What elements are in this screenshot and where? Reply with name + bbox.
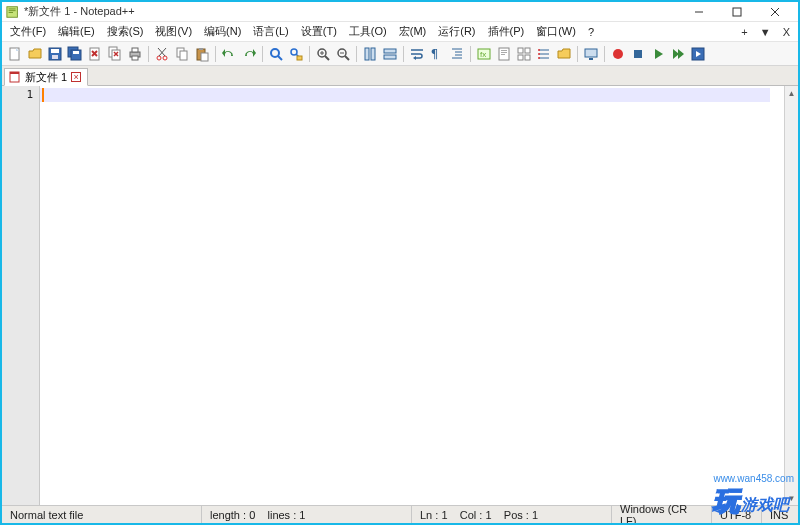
svg-rect-48 [371,48,375,60]
menu-run[interactable]: 运行(R) [432,22,481,41]
svg-point-27 [163,56,167,60]
stop-macro-icon[interactable] [629,45,647,63]
toolbar-separator [215,46,216,62]
play-multi-icon[interactable] [669,45,687,63]
menu-plus-button[interactable]: + [735,24,753,40]
svg-rect-74 [585,49,597,57]
toolbar-separator [604,46,605,62]
svg-rect-64 [518,48,523,53]
open-file-icon[interactable] [26,45,44,63]
menu-help[interactable]: ? [582,24,600,40]
svg-point-26 [157,56,161,60]
tab-bar: 新文件 1 × [2,66,798,86]
toolbar-separator [403,46,404,62]
toolbar: ¶fx [2,42,798,66]
save-icon[interactable] [46,45,64,63]
cut-icon[interactable] [153,45,171,63]
toolbar-separator [148,46,149,62]
svg-rect-63 [501,54,505,55]
save-all-icon[interactable] [66,45,84,63]
doc-list-icon[interactable] [515,45,533,63]
scroll-track[interactable] [785,100,798,491]
tab-document[interactable]: 新文件 1 × [4,68,88,86]
menu-file[interactable]: 文件(F) [4,22,52,41]
replace-icon[interactable] [287,45,305,63]
word-wrap-icon[interactable] [408,45,426,63]
copy-icon[interactable] [173,45,191,63]
svg-rect-49 [384,49,396,53]
menu-search[interactable]: 搜索(S) [101,22,150,41]
title-bar: *新文件 1 - Notepad++ [2,2,798,22]
menu-encoding[interactable]: 编码(N) [198,22,247,41]
status-bar: Normal text file length : 0 lines : 1 Ln… [2,505,798,523]
zoom-out-icon[interactable] [334,45,352,63]
editor-content[interactable] [40,86,784,505]
app-icon [6,5,20,19]
svg-rect-66 [518,55,523,60]
indent-guide-icon[interactable] [448,45,466,63]
svg-point-72 [538,53,540,55]
close-button[interactable] [756,3,794,21]
svg-point-73 [538,57,540,59]
tab-file-icon [9,71,21,83]
find-icon[interactable] [267,45,285,63]
show-all-chars-icon[interactable]: ¶ [428,45,446,63]
svg-line-45 [345,56,349,60]
function-list-icon[interactable] [535,45,553,63]
line-number: 1 [2,88,33,101]
menu-settings[interactable]: 设置(T) [295,22,343,41]
status-eol: Windows (CR LF) [612,506,712,523]
menu-language[interactable]: 语言(L) [247,22,294,41]
status-encoding: UTF-8 [712,506,762,523]
play-macro-icon[interactable] [649,45,667,63]
scroll-up-arrow[interactable]: ▲ [785,86,798,100]
menu-plugins[interactable]: 插件(P) [482,22,531,41]
zoom-in-icon[interactable] [314,45,332,63]
undo-icon[interactable] [220,45,238,63]
svg-rect-3 [9,12,13,13]
svg-rect-33 [199,48,203,50]
menu-macro[interactable]: 宏(M) [393,22,433,41]
vertical-scrollbar[interactable]: ▲ ▼ [784,86,798,505]
svg-marker-80 [678,49,684,59]
doc-map-icon[interactable] [495,45,513,63]
scroll-down-arrow[interactable]: ▼ [785,491,798,505]
menu-edit[interactable]: 编辑(E) [52,22,101,41]
svg-rect-1 [9,8,16,9]
print-icon[interactable] [126,45,144,63]
paste-icon[interactable] [193,45,211,63]
folder-icon[interactable] [555,45,573,63]
sync-h-icon[interactable] [381,45,399,63]
svg-rect-31 [180,51,187,60]
svg-rect-15 [73,51,79,54]
status-edit-mode: INS [762,506,798,523]
svg-line-28 [159,48,166,56]
sync-v-icon[interactable] [361,45,379,63]
redo-icon[interactable] [240,45,258,63]
close-icon[interactable] [86,45,104,63]
toolbar-separator [262,46,263,62]
toolbar-separator [577,46,578,62]
window-title: *新文件 1 - Notepad++ [24,4,680,19]
menu-tools[interactable]: 工具(O) [343,22,393,41]
record-macro-icon[interactable] [609,45,627,63]
menu-window[interactable]: 窗口(W) [530,22,582,41]
menu-view[interactable]: 视图(V) [149,22,198,41]
close-all-icon[interactable] [106,45,124,63]
language-icon[interactable]: fx [475,45,493,63]
status-length-lines: length : 0 lines : 1 [202,506,412,523]
menu-dropdown-button[interactable]: ▼ [754,24,777,40]
svg-rect-11 [51,49,59,53]
svg-marker-52 [413,56,416,60]
menu-x-button[interactable]: X [777,24,796,40]
tab-close-button[interactable]: × [71,72,81,82]
toolbar-separator [470,46,471,62]
svg-marker-78 [655,49,663,59]
minimize-button[interactable] [680,3,718,21]
maximize-button[interactable] [718,3,756,21]
save-macro-icon[interactable] [689,45,707,63]
new-file-icon[interactable] [6,45,24,63]
svg-rect-47 [365,48,369,60]
monitor-icon[interactable] [582,45,600,63]
svg-rect-2 [9,10,16,11]
